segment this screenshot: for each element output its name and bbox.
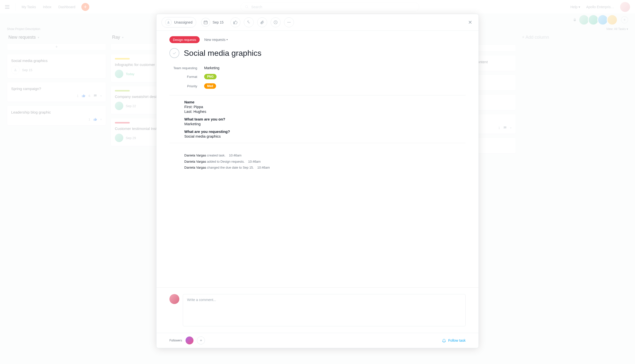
desc-heading: What team are you on? bbox=[184, 117, 461, 121]
follow-task-button[interactable]: Follow task bbox=[442, 338, 466, 343]
svg-point-8 bbox=[289, 22, 289, 22]
activity-entry: Daniela Vargas changed the due date to S… bbox=[184, 165, 466, 171]
complete-task-button[interactable] bbox=[169, 48, 179, 58]
desc-heading: Name bbox=[184, 100, 461, 104]
modal-toolbar: Unassigned Sep 15 ✕ bbox=[157, 14, 478, 31]
task-description[interactable]: Name First: Pippa Last: Hughes What team… bbox=[169, 100, 466, 138]
field-label: Priority bbox=[169, 84, 204, 88]
format-badge[interactable]: PNG bbox=[204, 74, 217, 79]
bell-icon bbox=[442, 338, 446, 343]
desc-heading: What are you requesting? bbox=[184, 130, 461, 134]
attachment-button[interactable] bbox=[257, 17, 267, 27]
person-icon bbox=[165, 19, 172, 26]
current-user-avatar bbox=[169, 294, 179, 304]
field-value-team[interactable]: Marketing bbox=[204, 66, 219, 70]
close-button[interactable]: ✕ bbox=[467, 19, 473, 26]
like-button[interactable] bbox=[230, 17, 240, 27]
modal-overlay[interactable]: Unassigned Sep 15 ✕ Design requests New … bbox=[0, 0, 635, 364]
subtask-button[interactable] bbox=[244, 17, 254, 27]
desc-line: First: Pippa bbox=[184, 105, 461, 109]
task-detail-modal: Unassigned Sep 15 ✕ Design requests New … bbox=[156, 14, 479, 348]
assignee-label: Unassigned bbox=[174, 20, 193, 24]
field-label: Format bbox=[169, 75, 204, 78]
field-label: Team requesting bbox=[169, 66, 204, 70]
priority-badge[interactable]: Med bbox=[204, 83, 216, 89]
more-actions-button[interactable] bbox=[284, 17, 294, 27]
assignee-button[interactable]: Unassigned bbox=[162, 17, 196, 28]
divider bbox=[169, 95, 466, 96]
activity-entry: Daniela Vargas added to Design requests.… bbox=[184, 159, 466, 165]
section-dropdown[interactable]: New requests▾ bbox=[204, 38, 228, 42]
comment-composer: Write a comment... bbox=[157, 288, 478, 333]
due-date-button[interactable]: Sep 15 bbox=[200, 17, 227, 28]
followers-label: Followers bbox=[169, 339, 182, 342]
modal-body: Design requests New requests▾ Social med… bbox=[157, 31, 478, 288]
desc-line: Marketing bbox=[184, 122, 461, 126]
comment-input[interactable]: Write a comment... bbox=[183, 294, 466, 326]
divider bbox=[169, 143, 466, 143]
svg-rect-2 bbox=[204, 21, 207, 24]
project-chip[interactable]: Design requests bbox=[169, 36, 200, 43]
chevron-down-icon: ▾ bbox=[227, 38, 228, 41]
activity-log: Daniela Vargas created task.10:46am Dani… bbox=[169, 148, 466, 171]
modal-footer: Followers + Follow task bbox=[157, 333, 478, 348]
calendar-icon bbox=[201, 18, 210, 27]
activity-entry: Daniela Vargas created task.10:46am bbox=[184, 152, 466, 159]
task-title[interactable]: Social media graphics bbox=[184, 48, 261, 58]
copy-link-button[interactable] bbox=[271, 17, 281, 27]
desc-line: Last: Hughes bbox=[184, 109, 461, 114]
desc-line: Social media graphics bbox=[184, 134, 461, 138]
svg-point-9 bbox=[290, 22, 290, 22]
svg-point-7 bbox=[288, 22, 288, 22]
add-follower-button[interactable]: + bbox=[197, 336, 205, 344]
due-date-text: Sep 15 bbox=[213, 20, 224, 24]
follower-avatar[interactable] bbox=[186, 336, 194, 344]
